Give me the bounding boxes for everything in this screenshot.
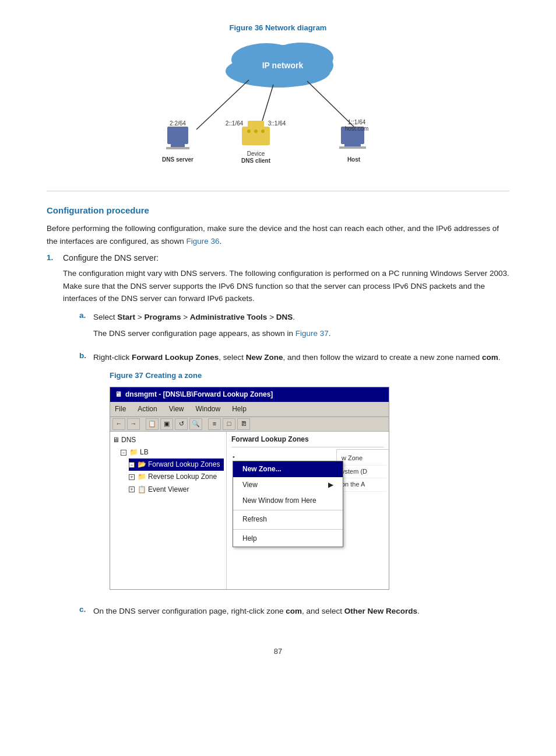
svg-text:2:2/64: 2:2/64 bbox=[170, 120, 186, 127]
ctx-refresh[interactable]: Refresh bbox=[233, 512, 343, 527]
minus-icon: − bbox=[121, 450, 126, 456]
toolbar-btn3[interactable]: ↺ bbox=[175, 418, 188, 430]
svg-text:DNS client: DNS client bbox=[241, 158, 271, 164]
toolbar-btn1[interactable]: 📋 bbox=[146, 418, 159, 430]
tree-forward-zones[interactable]: − 📂 Forward Lookup Zones bbox=[129, 459, 224, 471]
tree-lb[interactable]: − 📁 LB bbox=[121, 446, 224, 459]
screenshot-box: 🖥 dnsmgmt - [DNS\LB\Forward Lookup Zones… bbox=[110, 387, 389, 590]
menu-action[interactable]: Action bbox=[135, 403, 159, 415]
app-icon: 🖥 bbox=[115, 389, 122, 400]
ctx-new-zone[interactable]: New Zone... bbox=[233, 461, 343, 477]
intro-paragraph: Before performing the following configur… bbox=[47, 222, 509, 247]
screenshot-main: 🖥 DNS − 📁 LB − 📂 Forward bbox=[110, 432, 389, 589]
svg-text:Host: Host bbox=[347, 156, 361, 163]
svg-text:Device: Device bbox=[247, 150, 265, 157]
tree-reverse-zones[interactable]: + 📁 Reverse Lookup Zone bbox=[129, 471, 224, 483]
separator2 bbox=[233, 529, 343, 530]
svg-text:2::1/64: 2::1/64 bbox=[226, 120, 244, 127]
svg-point-17 bbox=[261, 130, 265, 133]
ctx-view[interactable]: View ▶ bbox=[233, 477, 343, 493]
plus-icon: + bbox=[129, 474, 135, 480]
folder-icon: 📁 bbox=[138, 471, 146, 482]
toolbar-btn7[interactable]: 🖹 bbox=[237, 418, 250, 430]
svg-rect-24 bbox=[339, 146, 366, 149]
right-panel-hints: w Zone ystem (D on the A bbox=[336, 449, 389, 494]
step-a: a. Select Start > Programs > Administrat… bbox=[79, 311, 509, 345]
separator1 bbox=[233, 510, 343, 510]
step-a-sub: The DNS server configuration page appear… bbox=[93, 327, 331, 340]
tree-dns[interactable]: 🖥 DNS bbox=[112, 434, 224, 446]
menu-help[interactable]: Help bbox=[230, 403, 249, 415]
section-heading: Configuration procedure bbox=[47, 205, 509, 215]
svg-point-16 bbox=[254, 130, 258, 133]
svg-text:3::1/64: 3::1/64 bbox=[268, 120, 286, 127]
menu-file[interactable]: File bbox=[112, 403, 128, 415]
page-number: 87 bbox=[47, 647, 509, 656]
event-icon: 📋 bbox=[138, 484, 146, 495]
menu-view[interactable]: View bbox=[167, 403, 186, 415]
ctx-help[interactable]: Help bbox=[233, 531, 343, 547]
toolbar-btn2[interactable]: ▣ bbox=[160, 418, 173, 430]
network-diagram: IP network DNS server 2:2/64 Device DNS … bbox=[47, 39, 509, 173]
minus-icon2: − bbox=[129, 462, 135, 468]
hint-1: w Zone bbox=[339, 452, 386, 466]
screenshot-menubar: File Action View Window Help bbox=[110, 402, 389, 417]
lb-icon: 📁 bbox=[129, 447, 138, 458]
toolbar-btn4[interactable]: 🔍 bbox=[189, 418, 202, 430]
plus-icon2: + bbox=[129, 487, 135, 492]
svg-text:host.com: host.com bbox=[345, 125, 369, 132]
dns-icon: 🖥 bbox=[112, 435, 119, 446]
svg-line-7 bbox=[307, 81, 354, 127]
arrow-icon: ▶ bbox=[328, 480, 333, 491]
step1-body: The configuration might vary with DNS se… bbox=[63, 267, 509, 305]
toolbar-back[interactable]: ← bbox=[112, 418, 125, 430]
tree-event-viewer[interactable]: + 📋 Event Viewer bbox=[129, 484, 224, 496]
svg-text:IP network: IP network bbox=[262, 61, 304, 70]
svg-rect-14 bbox=[248, 121, 264, 128]
network-diagram-svg: IP network DNS server 2:2/64 Device DNS … bbox=[126, 39, 430, 173]
figure37-label: Figure 37 Creating a zone bbox=[110, 370, 501, 382]
toolbar-btn6[interactable]: □ bbox=[223, 418, 235, 430]
step-c-content: On the DNS server configuration page, ri… bbox=[93, 605, 420, 618]
ctx-new-window[interactable]: New Window from Here bbox=[233, 493, 343, 509]
svg-text:1::1/64: 1::1/64 bbox=[348, 119, 366, 125]
menu-window[interactable]: Window bbox=[193, 403, 223, 415]
step-b-content: Right-click Forward Lookup Zones, select… bbox=[93, 351, 501, 599]
content-header: Forward Lookup Zones bbox=[231, 434, 384, 447]
hint-2: ystem (D bbox=[339, 466, 386, 479]
svg-rect-8 bbox=[167, 127, 188, 144]
figure36-label: Figure 36 Network diagram bbox=[47, 23, 509, 32]
step-a-content: Select Start > Programs > Administrative… bbox=[93, 311, 331, 345]
svg-rect-10 bbox=[166, 147, 189, 149]
context-menu: New Zone... View ▶ New Window from Here … bbox=[233, 461, 343, 547]
step-c: c. On the DNS server configuration page,… bbox=[79, 605, 509, 618]
screenshot-titlebar: 🖥 dnsmgmt - [DNS\LB\Forward Lookup Zones… bbox=[110, 387, 389, 402]
toolbar-btn5[interactable]: ≡ bbox=[208, 418, 221, 430]
folder-open-icon: 📂 bbox=[138, 459, 146, 470]
step-1: 1. Configure the DNS server: The configu… bbox=[47, 253, 509, 623]
screenshot-toolbar: ← → 📋 ▣ ↺ 🔍 ≡ □ 🖹 bbox=[110, 417, 389, 432]
svg-text:DNS server: DNS server bbox=[162, 156, 193, 163]
svg-point-15 bbox=[247, 130, 251, 133]
step-b: b. Right-click Forward Lookup Zones, sel… bbox=[79, 351, 509, 599]
hint-3: on the A bbox=[339, 478, 386, 492]
screenshot-content: Forward Lookup Zones • New Zone... View … bbox=[227, 432, 389, 589]
svg-rect-13 bbox=[242, 127, 270, 145]
screenshot-tree: 🖥 DNS − 📁 LB − 📂 Forward bbox=[110, 432, 227, 589]
svg-point-3 bbox=[226, 55, 330, 88]
toolbar-fwd[interactable]: → bbox=[127, 418, 140, 430]
